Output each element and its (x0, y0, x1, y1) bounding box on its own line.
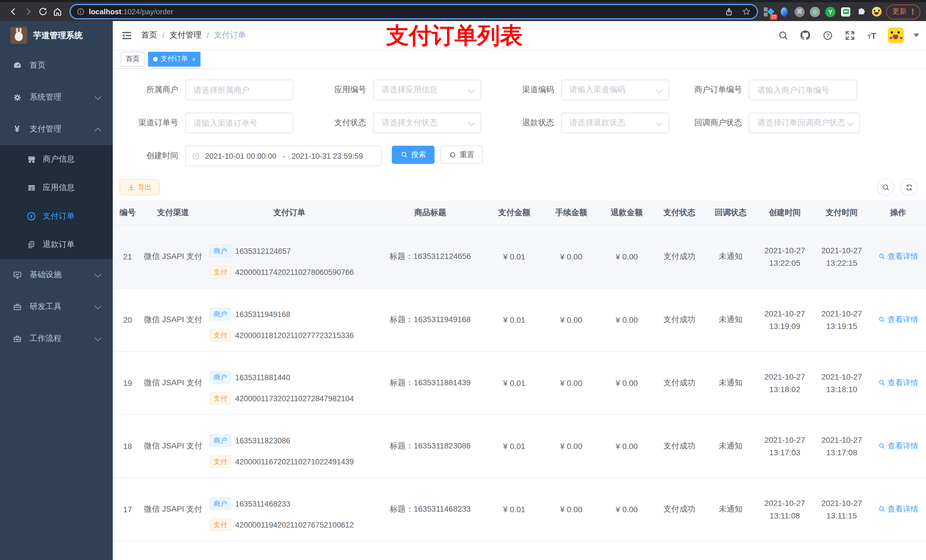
close-tab-icon[interactable]: × (192, 56, 196, 62)
pay-tag: 支付 (210, 266, 231, 278)
font-size-icon[interactable]: TT (865, 29, 878, 42)
refund-status-select[interactable]: 请选择退款状态 (561, 113, 669, 133)
browser-menu-dots-icon[interactable]: ⋮ (909, 8, 916, 16)
pay-amount: ¥ 0.01 (503, 379, 525, 388)
browser-update-button[interactable]: 更新 ⋮ (886, 4, 920, 19)
fee-amount: ¥ 0.00 (560, 315, 582, 325)
browser-home-button[interactable] (50, 4, 65, 19)
channel-order-no-input[interactable] (185, 113, 293, 133)
sidebar-collapse-button[interactable] (120, 29, 133, 42)
merchant-order-no-input[interactable] (749, 80, 857, 100)
sidebar-item-pay-order[interactable]: ¥ 支付订单 (0, 202, 113, 231)
help-icon[interactable]: ? (821, 29, 834, 42)
merchant-order-no: 1635311949168 (235, 310, 290, 318)
created-time: 13:22:05 (756, 257, 813, 269)
recorder-extension-icon[interactable] (810, 6, 820, 17)
export-button[interactable]: 导出 (120, 179, 159, 195)
refresh-table-button[interactable] (900, 179, 917, 196)
emoji-extension-icon[interactable] (872, 6, 882, 17)
app-select[interactable]: 请选择应用信息 (373, 80, 481, 100)
browser-reload-button[interactable] (35, 4, 50, 19)
chat-extension-icon[interactable] (841, 6, 851, 17)
filter-form: 所属商户 应用编号 请选择应用信息 渠道编码 请输入渠道编码 (113, 69, 926, 166)
fee-amount: ¥ 0.00 (560, 379, 582, 388)
fullscreen-icon[interactable] (843, 29, 856, 42)
view-detail-link[interactable]: 查看详情 (878, 378, 918, 388)
title-prefix: 标题： (390, 504, 414, 513)
date-separator: - (283, 152, 285, 160)
command-extension-icon[interactable]: ⌘ (794, 6, 805, 17)
sidebar-item-infrastructure[interactable]: 基础设施 (0, 259, 113, 291)
sidebar-item-workflow[interactable]: 工作流程 (0, 323, 113, 355)
tab-home[interactable]: 首页 (121, 51, 145, 66)
bookmark-star-icon[interactable] (741, 7, 751, 17)
channel-order-no: 4200001194202110276752100612 (235, 521, 354, 529)
filter-label-pay-status: 支付状态 (307, 118, 373, 128)
fee-amount: ¥ 0.00 (560, 505, 582, 514)
view-detail-link[interactable]: 查看详情 (878, 441, 918, 451)
col-paid: 支付时间 (813, 200, 870, 225)
product-title: 1635312124656 (413, 252, 471, 261)
orders-table: 编号 支付渠道 支付订单 商品标题 支付金额 手续金额 退款金额 支付状态 回调… (113, 200, 926, 560)
sketch-extension-icon[interactable]: 10 (764, 6, 774, 17)
toggle-search-button[interactable] (877, 179, 894, 196)
search-icon (878, 316, 885, 323)
share-icon[interactable] (725, 7, 734, 16)
created-time: 13:19:09 (756, 320, 813, 332)
view-detail-link[interactable]: 查看详情 (878, 252, 918, 262)
y-extension-icon[interactable]: Y (825, 6, 835, 17)
chevron-down-icon (847, 120, 854, 126)
browser-forward-button[interactable] (21, 4, 35, 19)
paid-date: 2021-10-27 (813, 370, 870, 383)
sidebar-item-merchant-info[interactable]: 商户信息 (0, 145, 113, 174)
create-time-range-picker[interactable]: 2021-10-01 00:00:00 - 2021-10-31 23:59:5… (185, 146, 381, 166)
sidebar-item-home[interactable]: 首页 (0, 50, 113, 82)
avatar-dropdown-caret-icon[interactable] (914, 33, 919, 37)
browser-back-button[interactable] (6, 4, 21, 19)
search-button[interactable]: 搜索 (392, 146, 434, 164)
github-icon[interactable] (799, 29, 811, 42)
sidebar-item-label: 支付订单 (43, 211, 75, 221)
sidebar-item-dev-tools[interactable]: 研发工具 (0, 291, 113, 323)
filter-label-app: 应用编号 (307, 85, 373, 95)
active-dot-icon (153, 57, 158, 61)
paid-date: 2021-10-27 (813, 244, 870, 257)
product-title: 1635311949168 (414, 315, 471, 324)
view-detail-link[interactable]: 查看详情 (878, 504, 918, 515)
merchant-input[interactable] (185, 80, 293, 100)
reset-button[interactable]: 重置 (440, 146, 483, 164)
breadcrumb-home[interactable]: 首页 (141, 30, 157, 41)
breadcrumb-payment[interactable]: 支付管理 (170, 30, 201, 41)
created-time: 13:17:03 (756, 446, 813, 459)
balloon-extension-icon[interactable] (779, 6, 789, 17)
notify-status: 未通知 (719, 441, 743, 450)
extensions-puzzle-icon[interactable] (856, 6, 866, 17)
sidebar-item-system[interactable]: 系统管理 (0, 82, 113, 113)
avatar[interactable] (888, 27, 904, 43)
created-time: 13:18:02 (756, 383, 813, 395)
sidebar-item-payment[interactable]: ¥ 支付管理 (0, 113, 113, 145)
navbar-actions: ? TT (777, 27, 919, 43)
search-icon[interactable] (777, 29, 789, 42)
url-bar[interactable]: localhost :1024/pay/order (70, 4, 758, 20)
tab-pay-order[interactable]: 支付订单 × (148, 51, 201, 66)
monitor-chart-icon (12, 270, 22, 280)
paid-time: 13:11:15 (813, 509, 870, 522)
view-detail-link[interactable]: 查看详情 (878, 315, 918, 325)
sidebar-item-refund-order[interactable]: 退款订单 (0, 231, 113, 259)
table-header-row: 编号 支付渠道 支付订单 商品标题 支付金额 手续金额 退款金额 支付状态 回调… (113, 200, 926, 225)
notify-status-select[interactable]: 请选择订单回调商户状态 (749, 113, 860, 133)
app-logo[interactable]: 芋道管理系统 (0, 21, 113, 50)
pay-status: 支付成功 (663, 378, 695, 387)
table-row: 17 微信 JSAPI 支付 商户 1635311468233 支付 42000… (113, 478, 926, 541)
notify-status: 未通知 (719, 252, 743, 261)
created-date: 2021-10-27 (756, 307, 813, 320)
pay-channel: 微信 JSAPI 支付 (144, 504, 202, 513)
dashboard-icon (12, 60, 22, 71)
channel-code-select[interactable]: 请输入渠道编码 (561, 80, 669, 100)
col-created: 创建时间 (756, 200, 813, 225)
sidebar-item-app-info[interactable]: 应用信息 (0, 174, 113, 202)
sidebar-item-label: 退款订单 (43, 240, 75, 250)
pay-amount: ¥ 0.01 (503, 252, 525, 261)
pay-status-select[interactable]: 请选择支付状态 (373, 113, 481, 133)
